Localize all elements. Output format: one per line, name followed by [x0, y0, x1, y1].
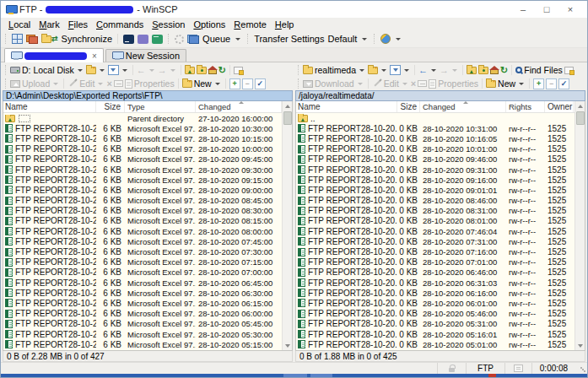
file-row[interactable]: FTP REPORT28-10-20...0 KB28-10-2020 09:1…	[296, 175, 575, 185]
filter-icon[interactable]	[108, 65, 119, 75]
menu-remote[interactable]: Remote	[229, 19, 271, 30]
open-directory-icon[interactable]: *	[368, 67, 378, 74]
scroll-down-button[interactable]	[575, 341, 585, 350]
back-icon[interactable]: ←	[418, 66, 428, 75]
file-row[interactable]: FTP REPORT28-10-20...6 KBMicrosoft Excel…	[3, 123, 282, 133]
drive-dropdown-icon[interactable]	[78, 69, 83, 72]
file-row[interactable]: FTP REPORT28-10-20...0 KB28-10-2020 07:4…	[296, 226, 575, 236]
file-row[interactable]: FTP REPORT28-10-20...0 KB28-10-2020 05:4…	[296, 309, 575, 319]
menu-session[interactable]: Session	[148, 19, 189, 30]
scrollbar-thumb[interactable]	[576, 111, 585, 125]
delete-icon[interactable]: ×	[411, 79, 416, 89]
vertical-scrollbar[interactable]	[575, 101, 585, 350]
close-button[interactable]: ×	[558, 1, 582, 18]
file-row[interactable]: FTP REPORT28-10-20...6 KBMicrosoft Excel…	[3, 175, 282, 185]
back-dropdown-icon[interactable]	[431, 69, 436, 72]
remote-directory-dropdown-icon[interactable]	[359, 69, 364, 72]
file-row[interactable]: FTP REPORT28-10-20...0 KB28-10-2020 06:3…	[296, 278, 575, 288]
file-row[interactable]: FTP REPORT28-10-20...0 KB28-10-2020 07:0…	[296, 257, 575, 267]
resize-grip[interactable]	[575, 363, 587, 374]
file-row[interactable]: FTP REPORT28-10-20...0 KB28-10-2020 10:0…	[296, 144, 575, 154]
scroll-up-button[interactable]	[283, 101, 293, 111]
file-row[interactable]: FTP REPORT28-10-20...6 KBMicrosoft Excel…	[3, 165, 282, 175]
file-row[interactable]: FTP REPORT28-10-20...6 KBMicrosoft Excel…	[3, 216, 282, 226]
explorer-style-icon[interactable]	[380, 34, 391, 44]
menu-help[interactable]: Help	[271, 19, 299, 30]
column-header-size[interactable]: Size	[96, 101, 125, 112]
file-row[interactable]: FTP REPORT28-10-20...0 KB28-10-2020 09:0…	[296, 185, 575, 195]
column-header-type[interactable]: Type	[125, 101, 196, 112]
refresh-icon[interactable]: ↻	[218, 66, 226, 75]
parent-dir-row[interactable]: ..	[296, 113, 575, 123]
column-header-owner[interactable]: Owner	[545, 101, 574, 112]
transfer-settings-label[interactable]: Transfer Settings	[254, 34, 324, 44]
file-row[interactable]: FTP REPORT28-10-20...0 KB28-10-2020 07:1…	[296, 246, 575, 256]
edit-button[interactable]: Edit	[384, 78, 399, 89]
file-row[interactable]: FTP REPORT28-10-20...0 KB28-10-2020 06:0…	[296, 298, 575, 308]
scroll-down-button[interactable]	[283, 341, 293, 350]
refresh-icon[interactable]: ↻	[500, 66, 508, 75]
new-icon[interactable]: *	[486, 80, 496, 88]
explorer-style-dropdown-icon[interactable]	[396, 38, 401, 40]
terminal-icon[interactable]	[123, 35, 134, 44]
edit-button[interactable]: Edit	[79, 78, 94, 89]
download-icon[interactable]	[303, 80, 313, 88]
file-row[interactable]: FTP REPORT28-10-20...0 KB28-10-2020 05:0…	[296, 339, 575, 349]
maximize-button[interactable]: □	[535, 1, 558, 18]
file-manager-icon[interactable]	[152, 35, 163, 44]
remote-directory-selector[interactable]: realtimeda	[315, 65, 356, 75]
column-header-name[interactable]: Name	[3, 101, 96, 112]
menu-options[interactable]: Options	[189, 19, 229, 30]
file-row[interactable]: FTP REPORT28-10-20...0 KB28-10-2020 07:3…	[296, 236, 575, 246]
parent-dir-row[interactable]: Parent directory27-10-2020 16:00:00	[3, 113, 282, 123]
find-files-button[interactable]: Find Files	[524, 65, 563, 75]
file-row[interactable]: FTP REPORT28-10-20...0 KB28-10-2020 08:0…	[296, 216, 575, 226]
file-row[interactable]: FTP REPORT28-10-20...0 KB28-10-2020 08:3…	[296, 206, 575, 216]
menu-commands[interactable]: Commands	[92, 19, 148, 30]
queue-button[interactable]: Queue	[202, 34, 230, 44]
tab-close-icon[interactable]: ×	[90, 51, 97, 61]
menu-local[interactable]: Local	[4, 19, 35, 30]
filter-dropdown-icon[interactable]	[404, 69, 409, 72]
open-directory-icon[interactable]: *	[86, 67, 96, 74]
selection-filter-button[interactable]: ✓	[558, 78, 569, 89]
file-row[interactable]: FTP REPORT28-10-20...6 KBMicrosoft Excel…	[3, 257, 282, 267]
file-row[interactable]: FTP REPORT28-10-20...6 KBMicrosoft Excel…	[3, 133, 282, 143]
drive-selector[interactable]: D: Local Disk	[22, 65, 74, 75]
menu-mark[interactable]: Mark	[35, 19, 63, 30]
root-directory-icon[interactable]	[478, 67, 488, 74]
file-row[interactable]: FTP REPORT28-10-20...0 KB28-10-2020 06:4…	[296, 267, 575, 278]
file-row[interactable]: FTP REPORT28-10-20...6 KBMicrosoft Excel…	[3, 206, 282, 216]
putty-icon[interactable]	[138, 35, 148, 44]
column-header-changed[interactable]: Changed	[420, 101, 506, 112]
upload-button[interactable]: Upload	[22, 78, 50, 89]
forward-dropdown-icon[interactable]	[452, 69, 457, 72]
file-row[interactable]: FTP REPORT28-10-20...6 KBMicrosoft Excel…	[3, 154, 282, 165]
unselect-files-button[interactable]: −	[546, 78, 557, 89]
file-row[interactable]: FTP REPORT28-10-20...6 KBMicrosoft Excel…	[3, 278, 282, 288]
upload-icon[interactable]	[10, 80, 20, 88]
download-dropdown-icon[interactable]	[358, 83, 363, 85]
new-button[interactable]: New	[194, 78, 212, 89]
file-row[interactable]: FTP REPORT28-10-20...0 KB28-10-2020 05:3…	[296, 319, 575, 329]
unselect-files-button[interactable]: −	[242, 78, 253, 89]
download-button[interactable]: Download	[315, 78, 354, 89]
file-row[interactable]: FTP REPORT28-10-20...	[3, 349, 282, 350]
minimize-button[interactable]: –	[511, 1, 535, 18]
file-row[interactable]: FTP REPORT28-10-20...	[296, 349, 575, 350]
properties-button[interactable]: Properties	[438, 78, 478, 89]
transfer-settings-dropdown-icon[interactable]	[362, 38, 367, 40]
scroll-up-button[interactable]	[575, 101, 585, 111]
new-button[interactable]: New	[498, 78, 515, 89]
new-icon[interactable]: *	[182, 80, 192, 88]
vertical-scrollbar[interactable]	[282, 101, 292, 350]
column-header-changed[interactable]: Changed	[196, 101, 282, 112]
file-row[interactable]: FTP REPORT28-10-20...6 KBMicrosoft Excel…	[3, 226, 282, 236]
file-row[interactable]: FTP REPORT28-10-20...0 KB28-10-2020 10:3…	[296, 123, 575, 133]
transfer-settings-value[interactable]: Default	[327, 34, 357, 44]
properties-icon[interactable]	[125, 79, 132, 89]
menu-files[interactable]: Files	[64, 19, 92, 30]
forward-icon[interactable]: →	[440, 66, 449, 75]
forward-icon[interactable]: →	[158, 66, 167, 75]
scrollbar-thumb[interactable]	[283, 111, 292, 125]
